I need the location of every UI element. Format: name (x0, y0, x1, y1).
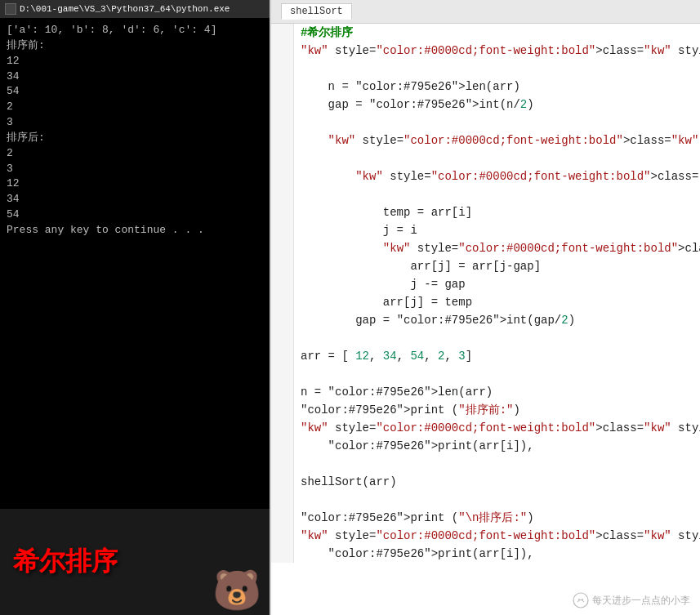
code-line: n = "color:#795e26">len(arr) (271, 383, 700, 401)
code-content: arr[j] = arr[j-gap] (294, 257, 541, 275)
line-number (271, 275, 294, 293)
code-content: n = "color:#795e26">len(arr) (294, 78, 520, 96)
line-number (271, 24, 294, 42)
code-line (271, 185, 700, 203)
line-number (271, 401, 294, 419)
code-content: shellSort(arr) (294, 473, 397, 491)
terminal-titlebar: D:\001-game\VS_3\Python37_64\python.exe (0, 0, 270, 18)
terminal-line: 54 (7, 84, 263, 100)
terminal-title: D:\001-game\VS_3\Python37_64\python.exe (20, 4, 230, 14)
code-line (271, 60, 700, 78)
terminal-icon (5, 3, 16, 15)
tab-active-label[interactable]: shellSort (281, 3, 352, 20)
line-number (271, 203, 294, 221)
watermark-text: 每天进步一点点的小李 (592, 594, 690, 608)
code-content: "color:#795e26">print(arr[i]), (294, 437, 534, 455)
code-area[interactable]: #希尔排序"kw" style="color:#0000cd;font-weig… (271, 24, 700, 615)
line-number (271, 167, 294, 185)
code-line: j = i (271, 221, 700, 239)
code-content: "kw" style="color:#0000cd;font-weight:bo… (294, 239, 700, 257)
editor-tab: shellSort (271, 0, 700, 24)
line-number (271, 257, 294, 275)
line-number (271, 42, 294, 60)
code-line: #希尔排序 (271, 24, 700, 42)
terminal-body: ['a': 10, 'b': 8, 'd': 6, 'c': 4]排序前:123… (0, 18, 270, 509)
code-line: n = "color:#795e26">len(arr) (271, 78, 700, 96)
line-number (271, 545, 294, 563)
code-line: shellSort(arr) (271, 473, 700, 491)
line-number (271, 437, 294, 455)
code-content: arr[j] = temp (294, 293, 472, 311)
code-content: arr = [ 12, 34, 54, 2, 3] (294, 347, 472, 365)
line-number (271, 383, 294, 401)
code-line: "kw" style="color:#0000cd;font-weight:bo… (271, 131, 700, 149)
code-line: temp = arr[i] (271, 203, 700, 221)
red-title-text: 希尔排序 (13, 544, 118, 580)
code-line: arr[j] = temp (271, 293, 700, 311)
terminal-line: 2 (7, 100, 263, 115)
code-line: "kw" style="color:#0000cd;font-weight:bo… (271, 239, 700, 257)
line-number (271, 527, 294, 545)
line-number (271, 365, 294, 383)
code-line (271, 114, 700, 131)
line-number (271, 473, 294, 491)
line-number (271, 311, 294, 329)
code-content: "kw" style="color:#0000cd;font-weight:bo… (294, 167, 700, 185)
code-line (271, 329, 700, 347)
right-panel: shellSort #希尔排序"kw" style="color:#0000cd… (270, 0, 700, 615)
terminal-line: 12 (7, 54, 263, 69)
code-content: "color:#795e26">print ("\n排序后:") (294, 509, 534, 527)
code-line: "color:#795e26">print ("\n排序后:") (271, 509, 700, 527)
code-line (271, 365, 700, 383)
code-line: "color:#795e26">print(arr[i]), (271, 437, 700, 455)
code-content: j = i (294, 221, 417, 239)
line-number (271, 96, 294, 114)
svg-point-1 (578, 599, 580, 600)
code-content: j -= gap (294, 275, 466, 293)
line-number (271, 293, 294, 311)
terminal-line: 12 (7, 176, 263, 192)
terminal-line: Press any key to continue . . . (7, 223, 263, 238)
code-content: temp = arr[i] (294, 203, 472, 221)
code-line: "color:#795e26">print ("排序前:") (271, 401, 700, 419)
line-number (271, 347, 294, 365)
line-number (271, 239, 294, 257)
line-number (271, 185, 294, 203)
line-number (271, 60, 294, 78)
terminal-line: 排序后: (7, 131, 263, 146)
terminal-line: 54 (7, 207, 263, 223)
line-number (271, 131, 294, 149)
terminal-line: 34 (7, 192, 263, 207)
code-content: "color:#795e26">print ("排序前:") (294, 401, 520, 419)
code-line: "kw" style="color:#0000cd;font-weight:bo… (271, 419, 700, 437)
line-number (271, 221, 294, 239)
code-line: arr[j] = arr[j-gap] (271, 257, 700, 275)
line-number (271, 78, 294, 96)
left-panel: D:\001-game\VS_3\Python37_64\python.exe … (0, 0, 270, 615)
code-content: #希尔排序 (294, 24, 353, 42)
bear-emoji: 🐻 (212, 568, 261, 615)
line-number (271, 419, 294, 437)
code-content: "kw" style="color:#0000cd;font-weight:bo… (294, 419, 700, 437)
terminal-line: ['a': 10, 'b': 8, 'd': 6, 'c': 4] (7, 23, 263, 38)
code-content: gap = "color:#795e26">int(gap/2) (294, 311, 575, 329)
line-number (271, 455, 294, 473)
code-line: gap = "color:#795e26">int(gap/2) (271, 311, 700, 329)
code-content: "color:#795e26">print(arr[i]), (294, 545, 534, 563)
terminal-line: 排序前: (7, 38, 263, 54)
terminal-line: 2 (7, 146, 263, 162)
red-title-area: 希尔排序 🐻 (0, 509, 270, 615)
line-number (271, 491, 294, 509)
svg-point-2 (582, 599, 583, 600)
line-number (271, 114, 294, 131)
code-line: "kw" style="color:#0000cd;font-weight:bo… (271, 167, 700, 185)
code-line: j -= gap (271, 275, 700, 293)
terminal-line: 3 (7, 115, 263, 131)
code-line: arr = [ 12, 34, 54, 2, 3] (271, 347, 700, 365)
terminal-line: 34 (7, 69, 263, 85)
code-line (271, 149, 700, 167)
code-content: "kw" style="color:#0000cd;font-weight:bo… (294, 131, 700, 149)
code-line: gap = "color:#795e26">int(n/2) (271, 96, 700, 114)
code-content: "kw" style="color:#0000cd;font-weight:bo… (294, 42, 700, 60)
code-line: "kw" style="color:#0000cd;font-weight:bo… (271, 42, 700, 60)
